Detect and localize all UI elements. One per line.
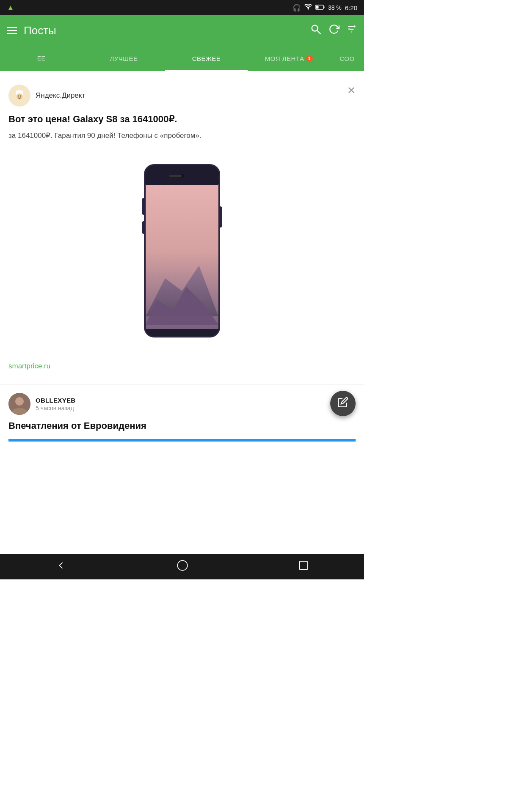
- svg-rect-1: [316, 6, 318, 9]
- filter-icon[interactable]: [346, 24, 357, 38]
- post-avatar: [8, 393, 30, 415]
- svg-line-4: [318, 30, 321, 34]
- svg-point-15: [20, 96, 21, 96]
- ad-link[interactable]: smartprice.ru: [8, 359, 356, 376]
- status-bar-left: ▲: [7, 3, 14, 12]
- svg-point-29: [15, 397, 24, 406]
- status-bar: ▲ 🎧 38 % 6:20: [0, 0, 364, 15]
- ad-product-image[interactable]: [8, 147, 356, 359]
- search-icon[interactable]: [310, 23, 322, 38]
- tab-svezhee[interactable]: СВЕЖЕЕ: [165, 46, 248, 71]
- tab-moylenta-badge: 1: [306, 55, 313, 61]
- ad-title: Вот это цена! Galaxy S8 за 1641000₽.: [8, 113, 356, 126]
- battery-percentage: 38 %: [328, 4, 342, 11]
- app-title: Посты: [24, 24, 303, 37]
- notification-icon: ▲: [7, 3, 14, 12]
- ad-header: Яндекс.Директ: [8, 85, 356, 107]
- tab-ee[interactable]: ЕЕ: [0, 46, 83, 71]
- wifi-icon: [304, 4, 312, 11]
- tab-luchshee-label: ЛУЧШЕЕ: [110, 55, 138, 62]
- bottom-nav: [0, 554, 364, 579]
- battery-icon: [315, 4, 325, 11]
- ad-source-name: Яндекс.Директ: [36, 91, 85, 100]
- post-header: OBLLEXYEB 5 часов назад ⋮: [8, 393, 356, 415]
- tab-moylenta-label: МОЯ ЛЕНТА: [265, 55, 304, 62]
- tabs-bar: ЕЕ ЛУЧШЕЕ СВЕЖЕЕ МОЯ ЛЕНТА 1 СОО: [0, 46, 364, 71]
- home-nav-icon[interactable]: [177, 560, 188, 574]
- svg-rect-27: [219, 206, 222, 228]
- svg-point-14: [18, 96, 19, 96]
- tab-coo-label: СОО: [340, 55, 354, 62]
- svg-rect-22: [146, 177, 218, 185]
- post-time: 5 часов назад: [36, 405, 341, 411]
- post-title: Впечатления от Евровидения: [8, 420, 356, 432]
- post-username: OBLLEXYEB: [36, 397, 341, 404]
- fab-compose-button[interactable]: [330, 391, 356, 416]
- app-bar: Посты: [0, 15, 364, 46]
- svg-point-3: [312, 25, 318, 31]
- svg-rect-2: [323, 6, 324, 8]
- tab-moylenta[interactable]: МОЯ ЛЕНТА 1: [248, 46, 330, 71]
- ad-description: за 1641000₽. Гарантия 90 дней! Телефоны …: [8, 131, 356, 141]
- svg-rect-25: [142, 198, 145, 215]
- headphone-icon: 🎧: [293, 4, 301, 12]
- tab-ee-label: ЕЕ: [37, 55, 46, 62]
- post-blue-bar: [8, 439, 356, 442]
- refresh-icon[interactable]: [329, 24, 340, 38]
- ad-card: Яндекс.Директ ✕ Вот это цена! Galaxy S8 …: [0, 76, 364, 384]
- content-area: Яндекс.Директ ✕ Вот это цена! Galaxy S8 …: [0, 76, 364, 450]
- hamburger-menu-icon[interactable]: [7, 27, 17, 34]
- ad-avatar: [8, 85, 30, 107]
- svg-rect-24: [169, 175, 182, 177]
- tab-svezhee-label: СВЕЖЕЕ: [192, 55, 221, 62]
- phone-image-wrap: [135, 160, 229, 342]
- svg-point-30: [177, 560, 187, 570]
- svg-rect-31: [300, 561, 308, 570]
- svg-rect-26: [142, 221, 145, 234]
- recents-nav-icon[interactable]: [298, 560, 309, 574]
- tab-luchshee[interactable]: ЛУЧШЕЕ: [83, 46, 165, 71]
- compose-icon: [337, 397, 348, 410]
- tab-coo[interactable]: СОО: [330, 46, 364, 71]
- status-bar-right: 🎧 38 % 6:20: [293, 4, 357, 12]
- ad-close-button[interactable]: ✕: [347, 85, 356, 96]
- back-nav-icon[interactable]: [55, 560, 67, 574]
- post-card: OBLLEXYEB 5 часов назад ⋮ Впечатления от…: [0, 384, 364, 450]
- time-display: 6:20: [345, 4, 357, 11]
- post-meta: OBLLEXYEB 5 часов назад: [36, 397, 341, 411]
